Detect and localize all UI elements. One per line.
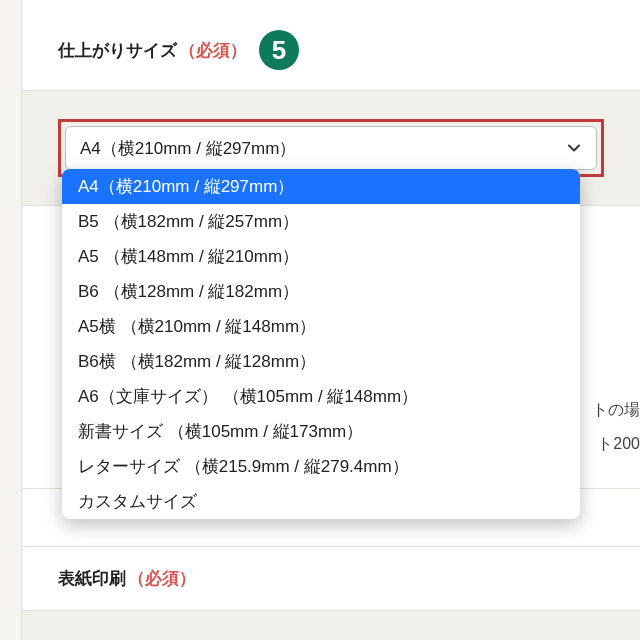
size-option[interactable]: B6横 （横182mm / 縦128mm） xyxy=(62,344,580,379)
cover-field-row xyxy=(22,610,640,640)
section-heading-cover: 表紙印刷 （必須） xyxy=(22,546,640,610)
chevron-down-icon xyxy=(566,140,582,156)
section-title: 仕上がりサイズ xyxy=(58,39,177,62)
required-label: （必須） xyxy=(179,39,247,62)
size-option[interactable]: B6 （横128mm / 縦182mm） xyxy=(62,274,580,309)
size-dropdown[interactable]: A4（横210mm / 縦297mm）B5 （横182mm / 縦257mm）A… xyxy=(62,169,580,519)
size-select[interactable]: A4（横210mm / 縦297mm） xyxy=(65,126,597,170)
size-option[interactable]: レターサイズ （横215.9mm / 縦279.4mm） xyxy=(62,449,580,484)
bg-text-fragment: トの場 xyxy=(592,400,640,421)
section-title: 表紙印刷 xyxy=(58,567,126,590)
left-gutter xyxy=(0,0,22,640)
size-option[interactable]: カスタムサイズ xyxy=(62,484,580,519)
required-label: （必須） xyxy=(128,567,196,590)
size-option[interactable]: A5横 （横210mm / 縦148mm） xyxy=(62,309,580,344)
size-option[interactable]: A6（文庫サイズ） （横105mm / 縦148mm） xyxy=(62,379,580,414)
size-select-value: A4（横210mm / 縦297mm） xyxy=(80,137,296,160)
size-option[interactable]: B5 （横182mm / 縦257mm） xyxy=(62,204,580,239)
section-heading-size: 仕上がりサイズ （必須） 5 xyxy=(22,0,640,90)
bg-text-fragment: ト200 xyxy=(597,434,640,455)
size-field-row: A4（横210mm / 縦297mm） A4（横210mm / 縦297mm）B… xyxy=(22,90,640,206)
size-option[interactable]: 新書サイズ （横105mm / 縦173mm） xyxy=(62,414,580,449)
step-badge-5: 5 xyxy=(259,30,299,70)
size-option[interactable]: A5 （横148mm / 縦210mm） xyxy=(62,239,580,274)
size-option[interactable]: A4（横210mm / 縦297mm） xyxy=(62,169,580,204)
